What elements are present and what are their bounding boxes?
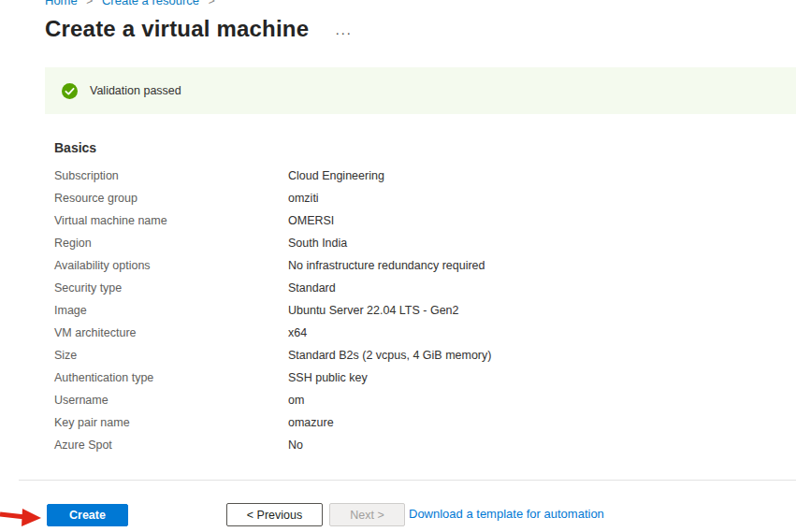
breadcrumb-separator-icon: >	[209, 0, 215, 7]
summary-row-value: omziti	[288, 192, 319, 205]
summary-row-value: Standard B2s (2 vcpus, 4 GiB memory)	[288, 349, 491, 362]
summary-row: Subscription Cloud Engineering	[54, 165, 746, 187]
more-options-icon[interactable]: ···	[335, 25, 352, 39]
summary-row-value: No	[288, 439, 303, 452]
summary-row: Region South India	[54, 232, 746, 254]
summary-row-label: Key pair name	[54, 416, 288, 429]
summary-row: Size Standard B2s (2 vcpus, 4 GiB memory…	[54, 344, 746, 367]
summary-row-label: Size	[54, 349, 288, 362]
check-circle-icon	[62, 83, 78, 99]
breadcrumb: Home > Create a resource >	[45, 0, 221, 7]
basics-summary-list: Subscription Cloud Engineering Resource …	[54, 165, 746, 456]
summary-row-label: Security type	[54, 281, 288, 295]
summary-row-label: Region	[54, 237, 288, 250]
validation-message: Validation passed	[90, 84, 181, 97]
create-vm-page: Home > Create a resource > Create a virt…	[0, 0, 796, 532]
summary-row-value: Ubuntu Server 22.04 LTS - Gen2	[288, 304, 459, 317]
summary-row-value: South India	[288, 237, 347, 250]
summary-row-value: Standard	[288, 281, 336, 295]
summary-row-value: x64	[288, 326, 307, 339]
page-title: Create a virtual machine	[45, 16, 309, 42]
summary-row-label: Resource group	[54, 192, 288, 205]
summary-row: Username om	[54, 389, 746, 411]
summary-row-label: Azure Spot	[54, 439, 288, 452]
summary-row: Resource group omziti	[54, 187, 746, 209]
breadcrumb-item-home[interactable]: Home	[45, 0, 78, 7]
summary-row: Image Ubuntu Server 22.04 LTS - Gen2	[54, 299, 746, 322]
summary-row-value: OMERSI	[288, 214, 334, 227]
summary-row-value: SSH public key	[288, 371, 368, 384]
summary-row: VM architecture x64	[54, 322, 746, 344]
next-button[interactable]: Next >	[329, 503, 405, 526]
summary-row: Authentication type SSH public key	[54, 367, 746, 389]
summary-row-label: Username	[54, 394, 288, 407]
create-button[interactable]: Create	[47, 504, 128, 526]
summary-row-label: Subscription	[54, 169, 288, 182]
summary-row: Azure Spot No	[54, 434, 746, 456]
summary-row-value: No infrastructure redundancy required	[288, 259, 485, 272]
summary-row: Virtual machine name OMERSI	[54, 209, 746, 232]
summary-row-label: Availability options	[54, 259, 288, 272]
previous-button[interactable]: < Previous	[226, 503, 323, 526]
summary-row-value: omazure	[288, 416, 334, 429]
footer-divider	[19, 480, 796, 481]
summary-row-label: Virtual machine name	[54, 214, 288, 227]
breadcrumb-item-create-a-resource[interactable]: Create a resource	[102, 0, 199, 7]
summary-row-label: Image	[54, 304, 288, 317]
summary-row: Security type Standard	[54, 277, 746, 299]
summary-row-value: om	[288, 394, 304, 407]
summary-row-label: VM architecture	[54, 326, 288, 339]
summary-row-label: Authentication type	[54, 371, 288, 384]
summary-row: Availability options No infrastructure r…	[54, 254, 746, 277]
title-row: Create a virtual machine ···	[45, 16, 352, 42]
breadcrumb-separator-icon: >	[86, 0, 93, 7]
summary-row-value: Cloud Engineering	[288, 169, 384, 182]
download-template-link[interactable]: Download a template for automation	[409, 507, 604, 521]
annotation-red-arrow-icon	[0, 505, 45, 531]
validation-passed-banner: Validation passed	[45, 67, 796, 114]
section-heading-basics: Basics	[54, 140, 96, 155]
summary-row: Key pair name omazure	[54, 411, 746, 434]
